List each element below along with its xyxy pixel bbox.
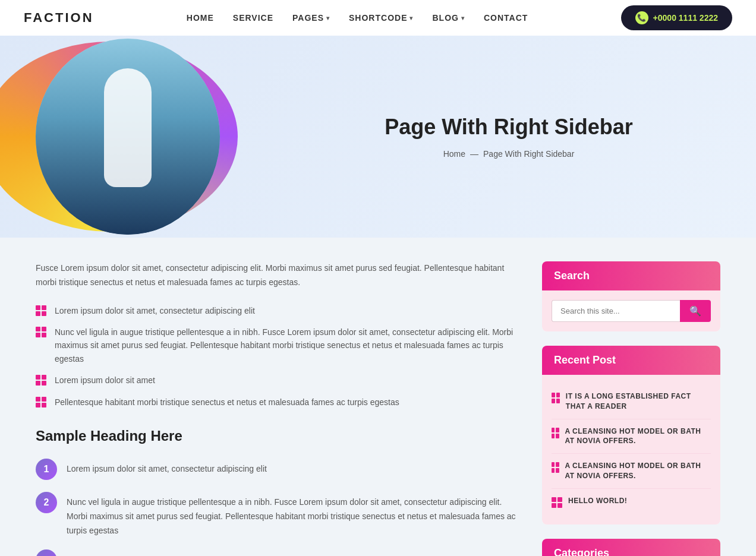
search-card: Search 🔍 [542,261,720,331]
chevron-down-icon: ▾ [326,15,330,21]
content-list: Lorem ipsum dolor sit amet, consectetur … [36,304,524,409]
recent-post-list: IT IS A LONG ESTABLISHED FACT THAT A REA… [552,384,711,515]
search-card-header: Search [542,261,720,290]
page-title: Page With Right Sidebar [297,115,720,140]
person-silhouette [36,39,220,235]
breadcrumb-home[interactable]: Home [443,149,465,159]
search-box: 🔍 [552,300,711,322]
nav-service[interactable]: SERVICE [233,13,273,23]
recent-post-item-3[interactable]: A CLEANSING HOT MODEL OR BATH AT NOVIA O… [552,454,711,489]
search-card-body: 🔍 [542,290,720,331]
categories-header: Categories [542,539,720,556]
list-item: Pellentesque habitant morbi tristique se… [36,396,524,409]
search-button[interactable]: 🔍 [680,300,711,322]
breadcrumb: Home — Page With Right Sidebar [297,149,720,159]
recent-post-item-1[interactable]: IT IS A LONG ESTABLISHED FACT THAT A REA… [552,384,711,419]
list-item: Lorem ipsum dolor sit amet, consectetur … [36,304,524,317]
list-item: Nunc vel ligula in augue tristique pelle… [36,326,524,365]
recent-posts-card: Recent Post IT IS A LONG ESTABLISHED FAC… [542,346,720,525]
hero-person-image [36,39,220,235]
search-input[interactable] [552,300,680,322]
phone-cta-button[interactable]: 📞 +0000 1111 2222 [621,5,732,30]
hero-image-area [0,36,273,238]
search-icon: 🔍 [689,306,701,316]
content-intro: Fusce Lorem ipsum dolor sit amet, consec… [36,261,524,290]
numbered-list: 1 Lorem ipsum dolor sit amet, consectetu… [36,459,524,556]
list-bullet-icon [36,305,48,317]
hero-text-area: Page With Right Sidebar Home — Page With… [273,91,756,182]
post-icon-1 [552,393,560,403]
nav-pages[interactable]: PAGES ▾ [292,13,330,23]
recent-post-item-2[interactable]: A CLEANSING HOT MODEL OR BATH AT NOVIA O… [552,419,711,454]
nav-home[interactable]: HOME [187,13,214,23]
nav-shortcode[interactable]: SHORTCODE ▾ [349,13,413,23]
chevron-down-icon: ▾ [461,15,465,21]
numbered-item-text-2: Nunc vel ligula in augue tristique pelle… [67,492,524,538]
number-badge-2: 2 [36,492,57,513]
site-header: FACTION HOME SERVICE PAGES ▾ SHORTCODE ▾… [0,0,756,36]
post-icon-4 [552,497,562,508]
phone-icon: 📞 [635,11,648,24]
main-container: Fusce Lorem ipsum dolor sit amet, consec… [0,238,756,556]
numbered-item-text-1: Lorem ipsum dolor sit amet, consectetur … [67,459,267,476]
chevron-down-icon: ▾ [410,15,413,21]
main-nav: HOME SERVICE PAGES ▾ SHORTCODE ▾ BLOG ▾ … [187,13,528,23]
post-icon-3 [552,462,559,473]
site-logo: FACTION [24,10,94,26]
recent-posts-body: IT IS A LONG ESTABLISHED FACT THAT A REA… [542,375,720,525]
post-icon-2 [552,428,559,438]
content-area: Fusce Lorem ipsum dolor sit amet, consec… [36,261,524,556]
number-badge-1: 1 [36,459,57,480]
numbered-item-1: 1 Lorem ipsum dolor sit amet, consectetu… [36,459,524,480]
numbered-item-2: 2 Nunc vel ligula in augue tristique pel… [36,492,524,538]
recent-post-item-4[interactable]: Hello world! [552,489,711,515]
sample-heading: Sample Heading Here [36,428,524,444]
numbered-item-3: 3 Lorem ipsum dolor sit amet [36,549,524,556]
list-bullet-icon [36,375,48,387]
breadcrumb-current: Page With Right Sidebar [483,149,574,159]
sidebar: Search 🔍 Recent Post [542,261,720,556]
recent-posts-header: Recent Post [542,346,720,375]
list-bullet-icon [36,397,48,409]
number-badge-3: 3 [36,549,57,556]
nav-blog[interactable]: BLOG ▾ [432,13,464,23]
numbered-item-text-3: Lorem ipsum dolor sit amet [67,549,167,556]
hero-section: Page With Right Sidebar Home — Page With… [0,36,756,238]
categories-card: Categories Uncategorized (4) [542,539,720,556]
list-item: Lorem ipsum dolor sit amet [36,374,524,387]
breadcrumb-separator: — [470,149,478,159]
nav-contact[interactable]: CONTACT [484,13,528,23]
list-bullet-icon [36,327,48,339]
